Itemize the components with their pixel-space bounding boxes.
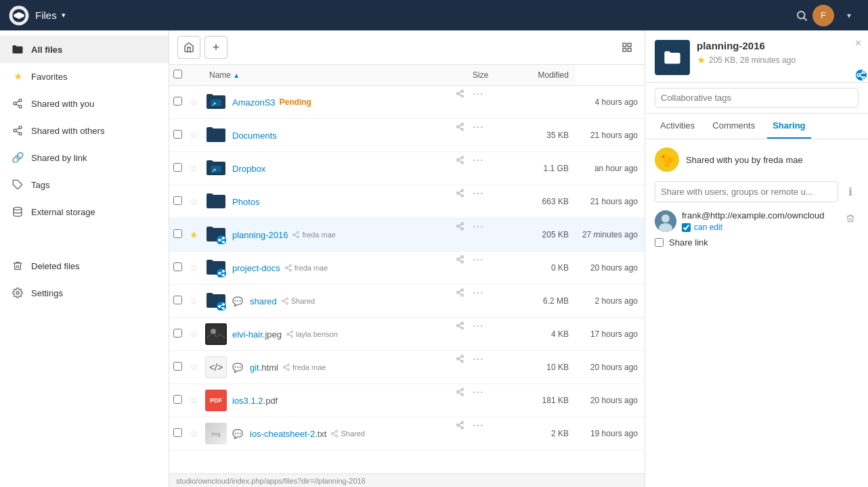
table-row[interactable]: ☆ ↗ Dropbox xyxy=(169,152,645,185)
share-info-icon[interactable]: ℹ xyxy=(842,184,859,200)
star-button[interactable]: ☆ xyxy=(188,295,200,307)
star-button[interactable]: ☆ xyxy=(188,96,200,108)
star-button[interactable]: ☆ xyxy=(188,129,200,141)
size-header[interactable]: Size xyxy=(427,65,496,86)
sidebar-item-all-files[interactable]: All files xyxy=(0,36,169,63)
table-row[interactable]: ☆ 💬 shared xyxy=(169,285,645,318)
files-menu[interactable]: Files ▾ xyxy=(35,9,68,21)
sidebar-item-shared-by-link[interactable]: 🔗 Shared by link xyxy=(0,144,169,171)
file-name[interactable]: ios-cheatsheet-2.txt xyxy=(250,429,326,439)
row-checkbox[interactable] xyxy=(173,329,182,338)
table-row[interactable]: ☆ ↗ AmazonS3 Pending xyxy=(169,86,645,119)
sidebar-item-shared-with-you[interactable]: Shared with you xyxy=(0,90,169,117)
share-action-icon[interactable] xyxy=(453,119,468,134)
more-actions-icon[interactable]: ⋯ xyxy=(471,185,485,200)
svg-point-117 xyxy=(461,388,463,390)
more-actions-icon[interactable]: ⋯ xyxy=(471,351,485,366)
share-action-icon[interactable] xyxy=(453,351,468,366)
user-menu-arrow[interactable]: ▾ xyxy=(838,5,860,26)
file-name[interactable]: project-docs xyxy=(232,263,280,273)
row-checkbox[interactable] xyxy=(173,163,182,172)
tags-input[interactable] xyxy=(655,88,859,108)
share-action-icon[interactable] xyxy=(453,252,468,266)
share-action-icon[interactable] xyxy=(453,417,468,432)
search-icon[interactable] xyxy=(791,5,812,26)
table-row[interactable]: ☆ project-docs xyxy=(169,252,645,285)
row-checkbox[interactable] xyxy=(173,262,182,271)
more-actions-icon[interactable]: ⋯ xyxy=(471,285,485,300)
file-name[interactable]: Documents xyxy=(232,131,277,141)
star-button[interactable]: ★ xyxy=(188,229,200,241)
table-row[interactable]: ☆ Documents xyxy=(169,119,645,152)
share-action-icon[interactable] xyxy=(453,218,468,233)
star-button[interactable]: ☆ xyxy=(188,195,200,208)
file-icon: ↗ xyxy=(205,91,227,113)
svg-point-138 xyxy=(661,214,670,223)
new-folder-button[interactable]: + xyxy=(204,36,227,59)
name-header[interactable]: Name ▲ xyxy=(202,65,427,86)
sidebar-item-favorites[interactable]: ★ Favorites xyxy=(0,63,169,90)
modified-header[interactable]: Modified xyxy=(495,65,576,86)
more-actions-icon[interactable]: ⋯ xyxy=(471,119,485,134)
row-checkbox[interactable] xyxy=(173,229,182,238)
share-action-icon[interactable] xyxy=(453,152,468,167)
table-row[interactable]: ☆ </> 💬 git.html freda mae xyxy=(169,351,645,384)
more-actions-icon[interactable]: ⋯ xyxy=(471,252,485,266)
more-actions-icon[interactable]: ⋯ xyxy=(471,318,485,333)
table-row[interactable]: ★ planning-2016 xyxy=(169,218,645,252)
more-actions-icon[interactable]: ⋯ xyxy=(471,417,485,432)
more-actions-icon[interactable]: ⋯ xyxy=(471,152,485,167)
table-row[interactable]: ☆ Photos ⋯ xyxy=(169,185,645,218)
row-checkbox[interactable] xyxy=(173,395,182,404)
file-name[interactable]: shared xyxy=(250,296,277,306)
row-checkbox[interactable] xyxy=(173,362,182,371)
star-button[interactable]: ☆ xyxy=(188,427,200,440)
can-edit-checkbox[interactable] xyxy=(682,223,691,232)
home-button[interactable] xyxy=(177,36,200,59)
star-button[interactable]: ☆ xyxy=(188,394,200,407)
share-action-icon[interactable] xyxy=(453,285,468,300)
share-input[interactable] xyxy=(655,181,838,202)
star-button[interactable]: ☆ xyxy=(188,262,200,274)
row-checkbox[interactable] xyxy=(173,196,182,205)
row-checkbox[interactable] xyxy=(173,130,182,139)
remove-user-button[interactable] xyxy=(842,210,859,227)
rp-star-icon[interactable]: ★ xyxy=(697,54,706,66)
file-name[interactable]: git.html xyxy=(250,363,278,373)
share-action-icon[interactable] xyxy=(453,318,468,333)
file-name[interactable]: ios3.1.2.pdf xyxy=(232,396,278,406)
grid-view-button[interactable] xyxy=(617,38,636,57)
user-avatar[interactable]: F xyxy=(812,5,834,26)
rp-close-button[interactable]: × xyxy=(855,37,861,49)
star-button[interactable]: ☆ xyxy=(188,162,200,175)
star-button[interactable]: ☆ xyxy=(188,361,200,373)
share-action-icon[interactable] xyxy=(453,384,468,399)
sidebar-item-external-storage[interactable]: External storage xyxy=(0,198,169,225)
more-actions-icon[interactable]: ⋯ xyxy=(471,86,485,101)
row-checkbox[interactable] xyxy=(173,428,182,437)
row-checkbox[interactable] xyxy=(173,97,182,106)
row-checkbox[interactable] xyxy=(173,296,182,304)
share-action-icon[interactable] xyxy=(453,185,468,200)
more-actions-icon[interactable]: ⋯ xyxy=(471,218,485,233)
share-link-checkbox[interactable] xyxy=(655,238,664,247)
more-actions-icon[interactable]: ⋯ xyxy=(471,384,485,399)
tab-activities[interactable]: Activities xyxy=(655,114,700,139)
table-row[interactable]: ☆ img 💬 ios-cheatsheet-2.txt Shared xyxy=(169,417,645,450)
file-name[interactable]: Photos xyxy=(232,197,259,207)
share-action-icon[interactable] xyxy=(453,86,468,101)
table-row[interactable]: ☆ PDF ios3.1.2.pdf ⋯181 KB2 xyxy=(169,384,645,417)
file-name[interactable]: planning-2016 xyxy=(232,230,288,240)
star-button[interactable]: ☆ xyxy=(188,328,200,340)
sidebar-item-settings[interactable]: Settings xyxy=(0,279,169,306)
file-name[interactable]: Dropbox xyxy=(232,164,265,174)
file-name[interactable]: elvi-hair.jpeg xyxy=(232,329,282,340)
sidebar-item-deleted-files[interactable]: Deleted files xyxy=(0,252,169,279)
sidebar-item-shared-with-others[interactable]: Shared with others xyxy=(0,117,169,144)
table-row[interactable]: ☆ elvi-hair.jpeg xyxy=(169,318,645,351)
tab-comments[interactable]: Comments xyxy=(707,114,760,139)
sidebar-item-tags[interactable]: Tags xyxy=(0,171,169,198)
tab-sharing[interactable]: Sharing xyxy=(767,114,810,139)
file-name[interactable]: AmazonS3 xyxy=(232,97,276,108)
select-all-checkbox[interactable] xyxy=(173,70,182,78)
